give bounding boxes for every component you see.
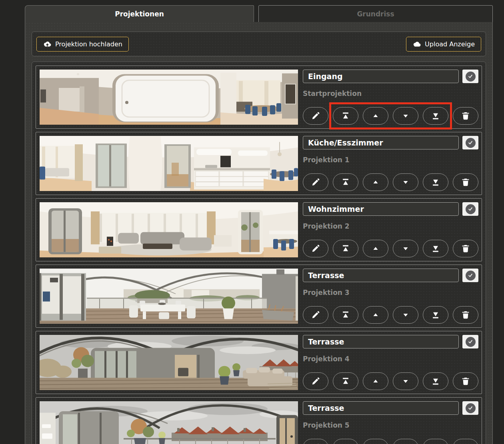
- projection-card-3: Projektion 2: [36, 198, 482, 261]
- move-to-bottom-icon: [431, 310, 440, 320]
- visibility-check-button[interactable]: [462, 202, 478, 216]
- move-to-top-button[interactable]: [333, 240, 358, 257]
- move-down-icon: [401, 376, 410, 386]
- edit-button[interactable]: [303, 372, 328, 390]
- projection-title-input[interactable]: [303, 70, 459, 83]
- title-row: [303, 70, 478, 83]
- move-down-icon: [401, 310, 410, 320]
- projection-actions: [303, 439, 478, 444]
- move-up-button[interactable]: [363, 107, 388, 125]
- projection-title-input[interactable]: [303, 401, 459, 415]
- projections-panel: Projektion hochladen Upload Anzeige: [25, 22, 493, 444]
- move-to-bottom-button[interactable]: [423, 107, 448, 125]
- move-up-button[interactable]: [363, 240, 388, 257]
- move-to-bottom-button[interactable]: [423, 372, 448, 390]
- panorama-thumbnail-livingroom: [40, 202, 298, 257]
- projection-info: Projektion 5: [303, 401, 478, 444]
- move-down-icon: [401, 244, 410, 253]
- move-down-icon: [401, 177, 410, 187]
- visibility-check-button[interactable]: [462, 401, 478, 415]
- pencil-icon: [311, 310, 320, 320]
- move-down-button[interactable]: [393, 240, 418, 257]
- delete-button[interactable]: [453, 439, 478, 444]
- tab-grundriss[interactable]: Grundriss: [258, 5, 493, 22]
- move-down-icon: [401, 111, 410, 121]
- projection-title-input[interactable]: [303, 335, 459, 348]
- panorama-thumbnail-terrace-2: [40, 335, 298, 390]
- pencil-icon: [311, 111, 320, 121]
- move-to-top-button[interactable]: [333, 306, 358, 324]
- tab-divider: [254, 5, 258, 22]
- move-to-bottom-button[interactable]: [423, 306, 448, 324]
- move-to-top-button[interactable]: [333, 439, 358, 444]
- move-down-button[interactable]: [393, 107, 418, 125]
- panorama-thumbnail-terrace-1: [40, 269, 298, 324]
- visibility-check-button[interactable]: [462, 335, 478, 348]
- title-row: [303, 335, 478, 348]
- edit-button[interactable]: [303, 240, 328, 257]
- projection-subtitle: Projektion 4: [303, 355, 478, 363]
- edit-button[interactable]: [303, 306, 328, 324]
- visibility-check-button[interactable]: [462, 136, 478, 149]
- move-up-icon: [371, 376, 380, 386]
- move-to-top-button[interactable]: [333, 173, 358, 191]
- move-down-button[interactable]: [393, 173, 418, 191]
- projection-actions: [303, 372, 478, 390]
- edit-button[interactable]: [303, 173, 328, 191]
- upload-projection-button[interactable]: Projektion hochladen: [36, 37, 129, 52]
- title-row: [303, 136, 478, 149]
- delete-button[interactable]: [453, 306, 478, 324]
- move-to-bottom-icon: [431, 177, 440, 187]
- projection-card-6: Projektion 5: [36, 397, 482, 444]
- projection-actions: [303, 306, 478, 324]
- move-up-button[interactable]: [363, 372, 388, 390]
- delete-button[interactable]: [453, 240, 478, 257]
- move-up-button[interactable]: [363, 306, 388, 324]
- check-icon: [468, 140, 473, 145]
- check-icon: [468, 273, 473, 278]
- edit-button[interactable]: [303, 439, 328, 444]
- upload-display-label: Upload Anzeige: [425, 40, 475, 48]
- upload-display-button[interactable]: Upload Anzeige: [406, 37, 481, 52]
- check-icon: [468, 405, 473, 411]
- trash-icon: [461, 111, 470, 121]
- title-row: [303, 202, 478, 216]
- check-icon: [468, 74, 473, 79]
- edit-button[interactable]: [303, 107, 328, 125]
- projection-subtitle: Projektion 5: [303, 421, 478, 429]
- move-down-button[interactable]: [393, 306, 418, 324]
- visibility-check-button[interactable]: [462, 269, 478, 282]
- move-to-top-button[interactable]: [333, 107, 358, 125]
- pencil-icon: [311, 376, 320, 386]
- projection-info: Projektion 4: [303, 335, 478, 390]
- move-to-bottom-button[interactable]: [423, 173, 448, 191]
- projection-title-input[interactable]: [303, 136, 459, 149]
- projection-title-input[interactable]: [303, 269, 459, 282]
- projection-title-input[interactable]: [303, 202, 459, 216]
- move-up-button[interactable]: [363, 173, 388, 191]
- move-to-bottom-button[interactable]: [423, 240, 448, 257]
- panorama-thumbnail-kitchen: [40, 136, 298, 191]
- projection-info: Projektion 3: [303, 269, 478, 324]
- projection-card-5: Projektion 4: [36, 331, 482, 394]
- delete-button[interactable]: [453, 107, 478, 125]
- delete-button[interactable]: [453, 173, 478, 191]
- cloud-icon: [412, 41, 421, 47]
- tab-projektionen[interactable]: Projektionen: [25, 5, 254, 22]
- move-down-button[interactable]: [393, 372, 418, 390]
- check-icon: [468, 206, 473, 212]
- delete-button[interactable]: [453, 372, 478, 390]
- pencil-icon: [311, 177, 320, 187]
- pencil-icon: [311, 244, 320, 253]
- move-to-bottom-button[interactable]: [423, 439, 448, 444]
- visibility-check-button[interactable]: [462, 70, 478, 83]
- projection-info: Projektion 1: [303, 136, 478, 191]
- move-to-bottom-icon: [431, 244, 440, 253]
- check-icon: [468, 339, 473, 344]
- move-down-button[interactable]: [393, 439, 418, 444]
- projection-subtitle: Projektion 2: [303, 222, 478, 230]
- trash-icon: [461, 244, 470, 253]
- move-up-button[interactable]: [363, 439, 388, 444]
- projection-list: Startprojektion: [32, 62, 486, 444]
- move-to-top-button[interactable]: [333, 372, 358, 390]
